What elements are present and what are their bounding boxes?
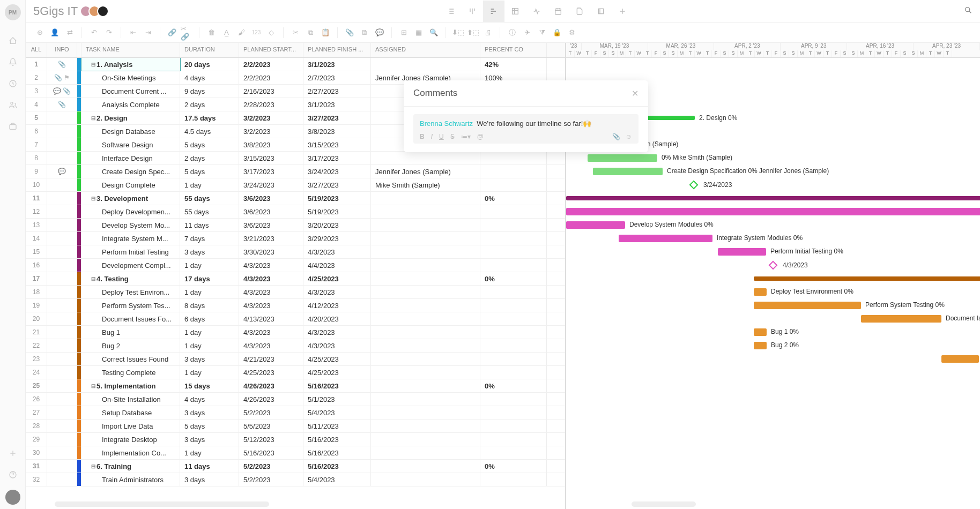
people-icon[interactable] (5, 98, 20, 113)
view-list[interactable] (440, 1, 462, 22)
table-row[interactable]: 27Setup Database3 days5/2/20235/4/2023 (26, 406, 565, 420)
table-row[interactable]: 26On-Site Installation4 days4/26/20235/1… (26, 393, 565, 406)
number-icon[interactable]: 123 (250, 26, 263, 39)
bell-icon[interactable] (5, 55, 20, 70)
view-file[interactable] (569, 1, 590, 22)
outdent-icon[interactable]: ⇤ (127, 26, 139, 39)
table-row[interactable]: 8Interface Design2 days3/15/20233/17/202… (26, 152, 565, 165)
indent-icon[interactable]: ⇥ (142, 26, 154, 39)
comment-input[interactable]: Brenna Schwartz We're following our time… (413, 114, 639, 144)
send-icon[interactable]: ✈ (521, 26, 533, 39)
table-row[interactable]: 1📎⊟1. Analysis20 days2/2/20233/1/202342% (26, 58, 565, 71)
col-all[interactable]: ALL (26, 43, 47, 57)
col-finish[interactable]: PLANNED FINISH ... (303, 43, 371, 57)
table-row[interactable]: 21Bug 11 day4/3/20234/3/2023 (26, 326, 565, 339)
view-calendar[interactable] (547, 1, 569, 22)
filter-icon[interactable]: ⧩ (536, 26, 548, 39)
table-row[interactable]: 22Bug 21 day4/3/20234/3/2023 (26, 339, 565, 353)
close-icon[interactable]: ✕ (632, 88, 639, 99)
print-icon[interactable]: 🖨 (481, 26, 494, 39)
comment-icon[interactable]: 💬 (373, 26, 386, 39)
trash-icon[interactable]: 🗑 (205, 26, 218, 39)
cut-icon[interactable]: ✂ (289, 26, 302, 39)
table-row[interactable]: 25⊟5. Implementation15 days4/26/20235/16… (26, 379, 565, 393)
columns-icon[interactable]: ⊞ (397, 26, 410, 39)
table-row[interactable]: 23Correct Issues Found3 days4/21/20234/2… (26, 353, 565, 366)
svg-rect-5 (555, 9, 561, 14)
gantt-scrollbar[interactable] (632, 501, 696, 507)
table-row[interactable]: 15Perform Initial Testing3 days3/30/2023… (26, 245, 565, 259)
strike-icon[interactable]: S̶ (450, 133, 455, 140)
col-duration[interactable]: DURATION (180, 43, 239, 57)
gear-icon[interactable]: ⚙ (566, 26, 578, 39)
col-start[interactable]: PLANNED START... (239, 43, 303, 57)
grid-icon[interactable]: ▦ (412, 26, 425, 39)
bold-icon[interactable]: B (420, 133, 425, 140)
info-icon[interactable]: ⓘ (506, 26, 518, 39)
plus-icon[interactable] (5, 446, 20, 461)
copy-icon[interactable]: ⧉ (304, 26, 317, 39)
note-icon[interactable]: 🗎 (358, 26, 371, 39)
mention-icon[interactable]: @ (477, 133, 484, 140)
paint-icon[interactable]: 🖌 (235, 26, 248, 39)
view-widget[interactable] (590, 1, 612, 22)
table-row[interactable]: 18Deploy Test Environ...1 day4/3/20234/3… (26, 286, 565, 299)
table-row[interactable]: 9💬Create Design Spec...5 days3/17/20233/… (26, 165, 565, 178)
table-row[interactable]: 29Integrate Desktop3 days5/12/20235/16/2… (26, 433, 565, 446)
add-task-icon[interactable]: ⊕ (33, 26, 46, 39)
user-avatar[interactable] (5, 490, 20, 505)
briefcase-icon[interactable] (5, 119, 20, 134)
shape-icon[interactable]: ◇ (265, 26, 278, 39)
view-add[interactable] (612, 1, 633, 22)
table-row[interactable]: 31⊟6. Training11 days5/2/20235/16/20230% (26, 460, 565, 473)
table-row[interactable]: 17⊟4. Testing17 days4/3/20234/25/20230% (26, 272, 565, 286)
table-row[interactable]: 20Document Issues Fo...6 days4/13/20234/… (26, 312, 565, 326)
lock-icon[interactable]: 🔒 (551, 26, 563, 39)
import-icon[interactable]: ⬇⬚ (451, 26, 464, 39)
table-row[interactable]: 12Deploy Developmen...55 days3/6/20235/1… (26, 205, 565, 219)
link-icon[interactable]: 🔗 (166, 26, 179, 39)
col-percent[interactable]: PERCENT CO (480, 43, 547, 57)
table-row[interactable]: 28Import Live Data5 days5/5/20235/11/202… (26, 420, 565, 433)
view-sheet[interactable] (504, 1, 526, 22)
grid-scrollbar[interactable] (55, 501, 269, 507)
view-gantt[interactable] (483, 1, 504, 22)
underline-icon[interactable]: U (439, 133, 444, 140)
help-icon[interactable] (5, 467, 20, 482)
clock-icon[interactable] (5, 76, 20, 91)
attach-icon[interactable]: 📎 (343, 26, 356, 39)
italic-icon[interactable]: I (431, 133, 433, 140)
attach-icon[interactable]: 📎 (612, 133, 620, 140)
paste-icon[interactable]: 📋 (319, 26, 332, 39)
left-sidebar: PM (0, 0, 26, 509)
undo-icon[interactable]: ↶ (87, 26, 100, 39)
home-icon[interactable] (5, 33, 20, 48)
export-icon[interactable]: ⬆⬚ (466, 26, 479, 39)
view-pulse[interactable] (526, 1, 547, 22)
unlink-icon[interactable]: ✂🔗 (181, 26, 194, 39)
table-row[interactable]: 24Testing Complete1 day4/25/20234/25/202… (26, 366, 565, 379)
table-row[interactable]: 32Train Administrators3 days5/2/20235/4/… (26, 473, 565, 486)
redo-icon[interactable]: ↷ (102, 26, 115, 39)
list-icon[interactable]: ≔▾ (461, 133, 471, 140)
col-name[interactable]: TASK NAME (81, 43, 180, 57)
view-board[interactable] (462, 1, 483, 22)
table-row[interactable]: 30Implementation Co...1 day5/16/20235/16… (26, 446, 565, 460)
text-icon[interactable]: A̲ (220, 26, 233, 39)
emoji-icon[interactable]: ☺ (626, 133, 632, 140)
col-assigned[interactable]: ASSIGNED (371, 43, 480, 57)
search-icon[interactable] (964, 6, 972, 16)
table-row[interactable]: 16Development Compl...1 day4/3/20234/4/2… (26, 259, 565, 272)
app-logo[interactable]: PM (5, 4, 21, 20)
zoom-icon[interactable]: 🔍 (427, 26, 440, 39)
swap-icon[interactable]: ⇄ (63, 26, 76, 39)
table-row[interactable]: 14Integrate System M...7 days3/21/20233/… (26, 232, 565, 245)
table-row[interactable]: 10Design Complete1 day3/24/20233/27/2023… (26, 178, 565, 192)
project-members[interactable] (83, 5, 109, 17)
table-row[interactable]: 19Perform System Tes...8 days4/3/20234/1… (26, 299, 565, 312)
add-user-icon[interactable]: 👤 (48, 26, 61, 39)
table-row[interactable]: 13Develop System Mo...11 days3/6/20233/2… (26, 219, 565, 232)
table-row[interactable]: 11⊟3. Development55 days3/6/20235/19/202… (26, 192, 565, 205)
col-info[interactable]: INFO (47, 43, 77, 57)
gantt-header: '23MAR, 19 '23MAR, 26 '23APR, 2 '23APR, … (566, 43, 980, 58)
